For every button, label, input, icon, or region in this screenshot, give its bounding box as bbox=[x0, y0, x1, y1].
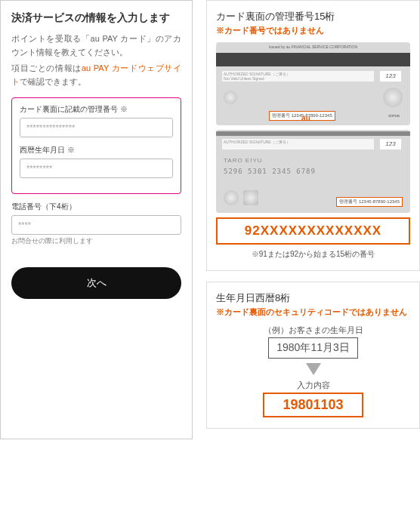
callout-management-number: カード裏面の管理番号15桁 ※カード番号ではありません Issued by au… bbox=[206, 0, 420, 271]
hint-phone: お問合せの際に利用します bbox=[11, 236, 181, 246]
hologram-icon-2 bbox=[224, 190, 239, 205]
next-button[interactable]: 次へ bbox=[11, 267, 181, 299]
example-date-box: 1980年11月3日 bbox=[268, 337, 358, 359]
form-panel: 決済サービスの情報を入力します ポイントを受取る「au PAY カード」のアカウ… bbox=[0, 0, 193, 439]
callout-birthdate: 生年月日西暦8桁 ※カード裏面のセキュリティコードではありません （例）お客さま… bbox=[206, 282, 420, 428]
label-phone: 電話番号（下4桁） bbox=[11, 202, 181, 212]
card-back-sample-2: AUTHORIZED SIGNATURE（ご署名） 123 TARO EIYU … bbox=[216, 130, 410, 213]
arrow-down-icon bbox=[306, 363, 321, 375]
label-birthdate: 西暦生年月日 ※ bbox=[20, 145, 173, 156]
cvv-box-2: 123 bbox=[380, 139, 401, 149]
sig-label-2: AUTHORIZED SIGNATURE（ご署名） bbox=[224, 140, 290, 144]
management-number-format: 92XXXXXXXXXXXXX bbox=[216, 217, 410, 245]
card-back-sample-1: Issued by au FINANCIAL SERVICE CORPORATI… bbox=[216, 42, 410, 125]
birthdate-example: （例）お客さまの生年月日 1980年11月3日 入力内容 19801103 bbox=[216, 325, 410, 417]
callout1-warn: ※カード番号ではありません bbox=[216, 25, 410, 36]
magnetic-stripe-2 bbox=[216, 131, 410, 136]
chip-icon bbox=[224, 91, 237, 104]
management-number-highlight-2: 管理番号 12345-87890-12345 bbox=[336, 197, 403, 207]
chip-icon-2 bbox=[243, 190, 258, 205]
input-content-label: 入力内容 bbox=[216, 380, 410, 391]
callout2-title: 生年月日西暦8桁 bbox=[216, 291, 410, 305]
card-pan: 5296 5301 2345 6789 bbox=[224, 168, 316, 175]
signature-strip-2: AUTHORIZED SIGNATURE（ご署名） bbox=[222, 139, 374, 149]
hologram-icon bbox=[383, 88, 403, 107]
desc-prefix: 項目ごとの情報は bbox=[11, 63, 82, 72]
au-logo: au bbox=[301, 114, 403, 122]
page-title: 決済サービスの情報を入力します bbox=[11, 11, 181, 25]
cvv-box: 123 bbox=[380, 71, 401, 82]
highlighted-fields: カード裏面に記載の管理番号 ※ *************** 西暦生年月日 ※… bbox=[11, 97, 181, 194]
card-issuer-text: Issued by au FINANCIAL SERVICE CORPORATI… bbox=[216, 45, 410, 49]
example-label: （例）お客さまの生年月日 bbox=[216, 325, 410, 336]
field-management-number: カード裏面に記載の管理番号 ※ *************** bbox=[20, 104, 173, 137]
input-phone[interactable]: **** bbox=[11, 215, 181, 235]
callout1-title: カード裏面の管理番号15桁 bbox=[216, 10, 410, 23]
signature-strip: AUTHORIZED SIGNATURE（ご署名） Not Valid Unle… bbox=[222, 71, 374, 82]
birthdate-result-box: 19801103 bbox=[263, 393, 363, 417]
input-birthdate[interactable]: ******** bbox=[20, 159, 173, 178]
cardholder-name: TARO EIYU bbox=[224, 157, 263, 165]
management-number-note: ※91または92から始まる15桁の番号 bbox=[216, 249, 410, 260]
description-2: 項目ごとの情報はau PAY カードウェブサイトで確認できます。 bbox=[11, 62, 181, 88]
desc-suffix: で確認できます。 bbox=[20, 77, 86, 86]
label-management-number: カード裏面に記載の管理番号 ※ bbox=[20, 104, 173, 115]
callout2-warn: ※カード裏面のセキュリティコードではありません bbox=[216, 306, 410, 318]
explanation-panel: カード裏面の管理番号15桁 ※カード番号ではありません Issued by au… bbox=[193, 0, 420, 439]
input-management-number[interactable]: *************** bbox=[20, 118, 173, 137]
field-phone: 電話番号（下4桁） **** お問合せの際に利用します bbox=[11, 202, 181, 246]
sig-sublabel: Not Valid Unless Signed bbox=[224, 76, 264, 81]
field-birthdate: 西暦生年月日 ※ ******** bbox=[20, 145, 173, 178]
description-1: ポイントを受取る「au PAY カード」のアカウント情報を教えてください。 bbox=[11, 32, 181, 59]
magnetic-stripe bbox=[216, 53, 410, 66]
